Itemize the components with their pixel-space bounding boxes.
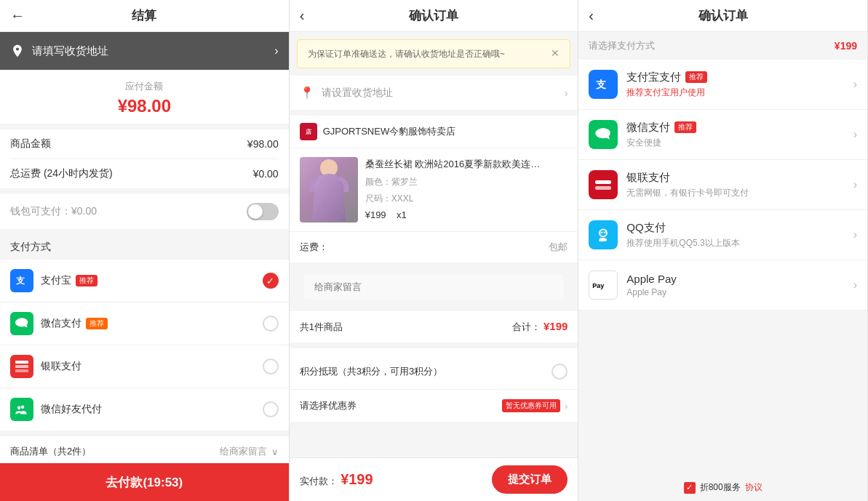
p3-applepay-info: Apple Pay Apple Pay: [626, 273, 853, 297]
address-arrow-icon: ›: [274, 44, 278, 57]
summary-total: 合计： ¥199: [512, 320, 568, 334]
product-row: 桑蚕丝长裙 欧洲站2016夏季新款欧美连… 颜色：紫罗兰 尺码：XXXL ¥19…: [290, 148, 578, 231]
alipay-name: 支付宝 推荐: [41, 274, 263, 287]
pay-section-title: 支付方式: [0, 235, 289, 260]
p3-applepay-arrow: ›: [853, 278, 857, 292]
p3-pay-wechat[interactable]: 微信支付 推荐 安全便捷 ›: [578, 110, 867, 160]
wechat-radio[interactable]: [263, 316, 279, 332]
svg-text:Pay: Pay: [593, 282, 605, 289]
wallet-label: 钱包可支付：¥0.00: [10, 205, 97, 218]
p3-alipay-arrow: ›: [853, 78, 857, 91]
notice-text: 为保证订单准确送达，请确认收货地址是否正确哦~: [308, 47, 546, 60]
p3-alipay-sub: 推荐支付宝用户使用: [626, 87, 853, 99]
p3-qq-arrow: ›: [853, 228, 857, 241]
p2-address-bar[interactable]: 📍 请设置收货地址 ›: [290, 76, 578, 110]
product-name: 桑蚕丝长裙 欧洲站2016夏季新款欧美连…: [365, 157, 568, 172]
amount-section: 应付金额 ¥98.00: [0, 70, 289, 124]
wechat-icon: [10, 312, 33, 335]
goods-amount-label: 商品金额: [10, 137, 51, 151]
svg-point-11: [601, 231, 603, 233]
p2-footer: 实付款： ¥199 提交订单: [290, 457, 578, 501]
price-label: ¥199: [835, 40, 857, 52]
points-label: 积分抵现（共3积分，可用3积分）: [300, 365, 442, 378]
shop-logo: 店: [300, 123, 317, 140]
p3-pay-unionpay[interactable]: 银联支付 无需网银，有银行卡号即可支付 ›: [578, 160, 867, 210]
goods-amount-row: 商品金额 ¥98.00: [10, 129, 279, 159]
unionpay-name: 银联支付: [41, 360, 263, 373]
shipping-row: 运费： 包邮: [290, 231, 578, 262]
shop-name: GJPORTSNEW今豹服饰特卖店: [323, 125, 456, 138]
notice-bar: 为保证订单准确送达，请确认收货地址是否正确哦~ ✕: [297, 39, 571, 68]
back-button-2[interactable]: ‹: [300, 7, 305, 24]
coupon-row[interactable]: 请选择优惠券 暂无优惠券可用 ›: [290, 389, 578, 422]
amount-value: ¥98.00: [0, 96, 289, 116]
points-row[interactable]: 积分抵现（共3积分，可用3积分）: [290, 354, 578, 389]
pay-method-unionpay[interactable]: 银联支付: [0, 345, 289, 388]
coupon-label: 请选择优惠券: [300, 399, 357, 412]
p3-qq-name: QQ支付: [626, 221, 665, 235]
agreement-checkbox[interactable]: ✓: [684, 482, 696, 494]
unionpay-icon: [10, 355, 33, 378]
pay-method-wechat[interactable]: 微信支付 推荐: [0, 302, 289, 345]
wallet-row: 钱包可支付：¥0.00: [0, 194, 289, 229]
points-radio[interactable]: [552, 364, 568, 380]
agreement-link[interactable]: 协议: [745, 481, 763, 494]
p3-wechat-sub: 安全便捷: [626, 137, 853, 149]
address-placeholder-text: 请填写收货地址: [32, 44, 274, 58]
p3-qq-sub: 推荐使用手机QQ5.3以上版本: [626, 237, 853, 249]
alipay-icon: 支: [10, 269, 33, 292]
p2-address-text: 请设置收货地址: [322, 87, 565, 100]
p3-wechat-name: 微信支付: [626, 121, 670, 135]
wechatfriend-radio[interactable]: [263, 401, 279, 417]
p3-unionpay-sub: 无需网银，有银行卡号即可支付: [626, 187, 853, 199]
payment-total: 实付款： ¥199: [300, 471, 373, 488]
wallet-toggle[interactable]: [247, 203, 279, 220]
panel1-header: ← 结算: [0, 0, 289, 32]
p3-alipay-badge: 推荐: [685, 71, 707, 83]
p3-pay-alipay[interactable]: 支 支付宝支付 推荐 推荐支付宝用户使用 ›: [578, 60, 867, 110]
alipay-badge: 推荐: [76, 275, 97, 286]
message-label: 给商家留言: [220, 445, 267, 458]
alipay-radio[interactable]: ✓: [263, 273, 279, 289]
back-button-3[interactable]: ‹: [589, 7, 594, 24]
submit-order-button[interactable]: 提交订单: [492, 465, 568, 494]
coupon-arrow: ›: [565, 401, 568, 412]
p3-applepay-icon: Pay: [589, 270, 618, 300]
p3-wechat-icon: [589, 120, 618, 149]
svg-text:支: 支: [15, 276, 25, 286]
product-image: [300, 157, 358, 223]
agreement-prefix: 折800服务: [700, 481, 741, 494]
p3-wechat-arrow: ›: [853, 128, 857, 141]
unionpay-radio[interactable]: [263, 358, 279, 374]
product-price: ¥199 x1: [365, 209, 568, 220]
p3-unionpay-arrow: ›: [853, 178, 857, 191]
p3-pay-methods-list: 支 支付宝支付 推荐 推荐支付宝用户使用 ›: [578, 60, 867, 501]
panel1-title: 结算: [132, 7, 156, 24]
shipping-val: ¥0.00: [253, 168, 279, 180]
shipping-value: 包邮: [549, 241, 568, 254]
p3-unionpay-icon: [589, 170, 618, 199]
p3-qq-icon: [589, 220, 618, 249]
product-info: 桑蚕丝长裙 欧洲站2016夏季新款欧美连… 颜色：紫罗兰 尺码：XXXL ¥19…: [365, 157, 568, 223]
p3-unionpay-info: 银联支付 无需网银，有银行卡号即可支付: [626, 171, 853, 199]
message-input[interactable]: [304, 274, 564, 300]
pay-methods-list: 支 支付宝 推荐 ✓ 微信支付 推荐: [0, 260, 289, 430]
pay-method-alipay[interactable]: 支 支付宝 推荐 ✓: [0, 260, 289, 302]
panel-payment-select: ‹ 确认订单 请选择支付方式 ¥199 支 支付宝支付 推荐 推荐支付宝用户使用…: [578, 0, 868, 501]
product-color: 颜色：紫罗兰: [365, 176, 568, 188]
wechat-badge: 推荐: [86, 318, 108, 329]
notice-close-icon[interactable]: ✕: [551, 47, 560, 59]
pay-button[interactable]: 去付款(19:53): [0, 463, 289, 501]
amount-label: 应付金额: [0, 80, 289, 93]
panel3-header: ‹ 确认订单: [578, 0, 867, 32]
svg-point-3: [17, 406, 20, 409]
address-bar[interactable]: 请填写收货地址 ›: [0, 32, 289, 70]
p3-pay-applepay[interactable]: Pay Apple Pay Apple Pay ›: [578, 260, 867, 310]
svg-point-12: [604, 231, 606, 233]
pay-method-wechatfriend[interactable]: 微信好友代付: [0, 388, 289, 430]
panel2-title: 确认订单: [409, 7, 458, 24]
summary-label: 共1件商品: [300, 321, 343, 334]
back-button-1[interactable]: ←: [10, 7, 25, 24]
p3-pay-qq[interactable]: QQ支付 推荐使用手机QQ5.3以上版本 ›: [578, 210, 867, 260]
p3-alipay-info: 支付宝支付 推荐 推荐支付宝用户使用: [626, 71, 853, 99]
